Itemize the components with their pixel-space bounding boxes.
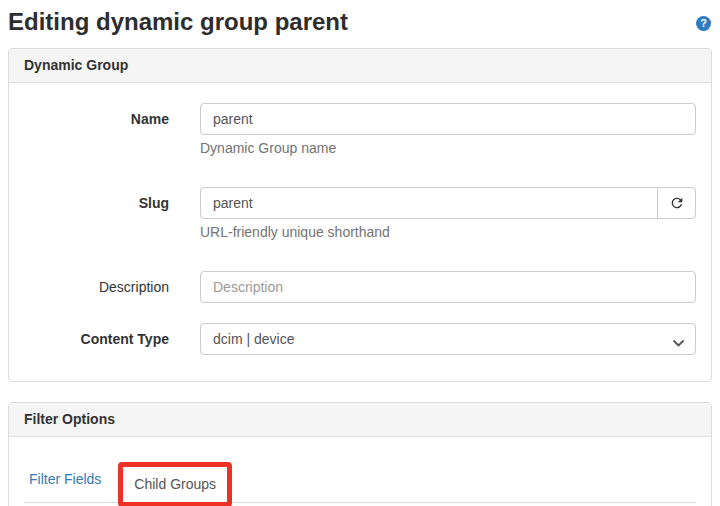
content-type-field-col: dcim | device (200, 323, 696, 355)
filter-options-panel-body: Filter Fields Child Groups (9, 437, 711, 506)
name-input[interactable] (200, 103, 696, 135)
tab-child-groups[interactable]: Child Groups (123, 467, 227, 502)
description-label: Description (24, 271, 169, 303)
content-type-select[interactable]: dcim | device (200, 323, 696, 355)
description-input[interactable] (200, 271, 696, 303)
slug-input-group (200, 187, 696, 219)
filter-options-panel: Filter Options Filter Fields Child Group… (8, 402, 712, 506)
name-field-row: Name Dynamic Group name (24, 103, 696, 167)
name-label: Name (24, 103, 169, 167)
slug-input[interactable] (200, 187, 658, 219)
dynamic-group-panel: Dynamic Group Name Dynamic Group name Sl… (8, 48, 712, 382)
slug-field-row: Slug URL-friendly unique shorthand (24, 187, 696, 251)
description-field-row: Description (24, 271, 696, 303)
name-help-text: Dynamic Group name (200, 140, 696, 157)
help-icon[interactable]: ? (696, 16, 711, 31)
filter-options-panel-heading: Filter Options (9, 403, 711, 437)
content-type-label: Content Type (24, 323, 169, 355)
content-type-select-wrap: dcim | device (200, 323, 696, 355)
page: Editing dynamic group parent ? Dynamic G… (0, 0, 720, 506)
annotation-red-box: Child Groups (118, 462, 232, 506)
filter-options-panel-title: Filter Options (24, 411, 115, 427)
slug-regenerate-button[interactable] (657, 187, 696, 219)
content-type-field-row: Content Type dcim | device (24, 323, 696, 355)
dynamic-group-panel-title: Dynamic Group (24, 57, 128, 73)
filter-tabs: Filter Fields Child Groups (24, 457, 696, 503)
description-field-col (200, 271, 696, 303)
name-field-col: Dynamic Group name (200, 103, 696, 167)
dynamic-group-panel-body: Name Dynamic Group name Slug (9, 83, 711, 381)
slug-label: Slug (24, 187, 169, 251)
tab-filter-fields[interactable]: Filter Fields (29, 458, 115, 501)
dynamic-group-panel-heading: Dynamic Group (9, 49, 711, 83)
page-title: Editing dynamic group parent (8, 0, 712, 48)
slug-help-text: URL-friendly unique shorthand (200, 224, 696, 241)
slug-field-col: URL-friendly unique shorthand (200, 187, 696, 251)
refresh-icon (669, 195, 685, 211)
